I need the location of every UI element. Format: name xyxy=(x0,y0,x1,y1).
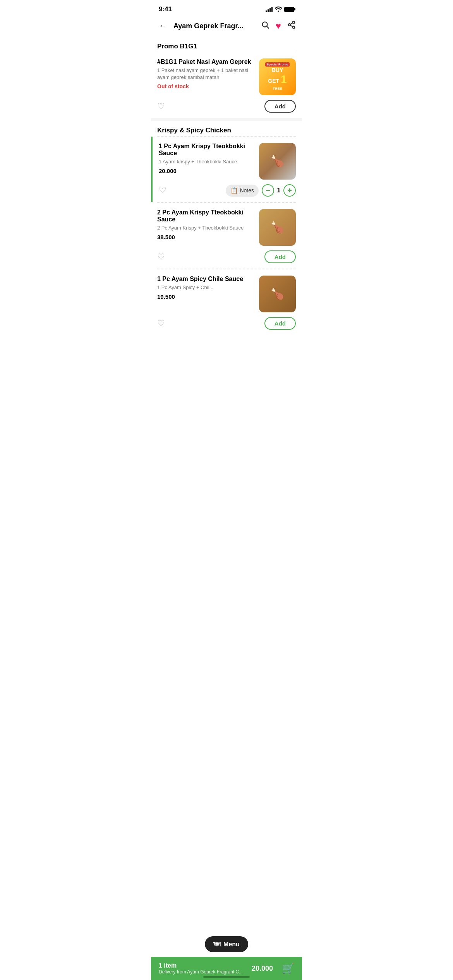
krispy-item-3-like-button[interactable]: ♡ xyxy=(157,319,165,329)
krispy-item-3-desc: 1 Pc Ayam Spicy + Chil... xyxy=(157,284,254,291)
krispy-item-3: 1 Pc Ayam Spicy Chile Sauce 1 Pc Ayam Sp… xyxy=(151,269,302,317)
krispy-item-1-info: 1 Pc Ayam Krispy Tteokbokki Sauce 1 Ayam… xyxy=(159,143,254,180)
krispy-item-2-add-button[interactable]: Add xyxy=(264,250,296,263)
b1g1-item-image: Special Promo BUY GET 1 FREE xyxy=(259,58,296,95)
krispy-item-1-like-button[interactable]: ♡ xyxy=(159,185,166,195)
krispy-item-1-image: 🍗 xyxy=(259,143,296,180)
signal-icon xyxy=(266,7,273,12)
b1g1-item: #B1G1 Paket Nasi Ayam Geprek 1 Paket nas… xyxy=(151,52,302,100)
svg-line-6 xyxy=(290,23,293,24)
b1g1-special-label: Special Promo xyxy=(265,62,290,67)
krispy-item-2: 2 Pc Ayam Krispy Tteokbokki Sauce 2 Pc A… xyxy=(151,203,302,250)
search-icon[interactable] xyxy=(261,21,269,31)
header-icons: ♥ xyxy=(261,21,296,31)
svg-line-1 xyxy=(267,26,269,28)
header: ← Ayam Geprek Fragr... ♥ xyxy=(151,16,302,37)
qty-number: 1 xyxy=(274,187,283,194)
b1g1-item-desc: 1 Paket nasi ayam geprek + 1 paket nasi … xyxy=(157,67,254,81)
krispy-item-3-info: 1 Pc Ayam Spicy Chile Sauce 1 Pc Ayam Sp… xyxy=(157,276,254,312)
status-bar: 9:41 xyxy=(151,0,302,16)
favorite-icon[interactable]: ♥ xyxy=(276,21,281,31)
share-icon[interactable] xyxy=(287,21,296,31)
krispy-item-2-price: 38.500 xyxy=(157,234,254,240)
krispy-item-1-price: 20.000 xyxy=(159,168,254,174)
krispy-item-2-info: 2 Pc Ayam Krispy Tteokbokki Sauce 2 Pc A… xyxy=(157,209,254,246)
battery-icon xyxy=(284,7,294,12)
back-button[interactable]: ← xyxy=(157,19,169,33)
b1g1-buy-text: BUY GET 1 FREE xyxy=(265,67,290,91)
notes-button[interactable]: 📋 Notes xyxy=(226,185,259,197)
krispy-item-2-like-button[interactable]: ♡ xyxy=(157,252,165,262)
b1g1-item-name: #B1G1 Paket Nasi Ayam Geprek xyxy=(157,58,254,65)
qty-plus-button[interactable]: + xyxy=(283,184,296,197)
notes-icon: 📋 xyxy=(230,187,238,194)
krispy-item-1-desc: 1 Ayam krispy + Theokbokki Sauce xyxy=(159,158,254,165)
krispy-item-1-name: 1 Pc Ayam Krispy Tteokbokki Sauce xyxy=(159,143,254,157)
krispy-item-3-price: 19.500 xyxy=(157,293,254,300)
promo-section-title: Promo B1G1 xyxy=(151,37,302,52)
b1g1-item-info: #B1G1 Paket Nasi Ayam Geprek 1 Paket nas… xyxy=(157,58,254,95)
krispy-item-2-image: 🍗 xyxy=(259,209,296,246)
wifi-icon xyxy=(275,6,282,13)
krispy-item-3-actions: ♡ Add xyxy=(151,317,302,335)
krispy-item-2-desc: 2 Pc Ayam Krispy + Theokbokki Sauce xyxy=(157,224,254,231)
krispy-item-3-add-button[interactable]: Add xyxy=(264,317,296,330)
krispy-section-title: Krispy & Spicy Chicken xyxy=(151,121,302,136)
b1g1-item-actions: ♡ Add xyxy=(151,100,302,118)
section-divider xyxy=(151,118,302,121)
notes-label: Notes xyxy=(240,187,254,194)
krispy-item-1: 1 Pc Ayam Krispy Tteokbokki Sauce 1 Ayam… xyxy=(151,137,302,184)
b1g1-like-button[interactable]: ♡ xyxy=(157,101,165,111)
b1g1-out-of-stock: Out of stock xyxy=(157,83,254,89)
krispy-item-1-actions: ♡ 📋 Notes − 1 + xyxy=(151,184,302,202)
krispy-item-2-name: 2 Pc Ayam Krispy Tteokbokki Sauce xyxy=(157,209,254,223)
qty-minus-button[interactable]: − xyxy=(262,184,274,197)
krispy-item-3-name: 1 Pc Ayam Spicy Chile Sauce xyxy=(157,276,254,283)
page-title: Ayam Geprek Fragr... xyxy=(173,22,256,30)
krispy-item-1-qty-controls: 📋 Notes − 1 + xyxy=(226,184,296,197)
b1g1-add-button[interactable]: Add xyxy=(264,100,296,113)
svg-line-5 xyxy=(290,25,293,27)
krispy-item-3-image: 🍗 xyxy=(259,276,296,312)
krispy-item-2-actions: ♡ Add xyxy=(151,250,302,269)
status-icons xyxy=(266,6,294,13)
status-time: 9:41 xyxy=(159,5,172,13)
